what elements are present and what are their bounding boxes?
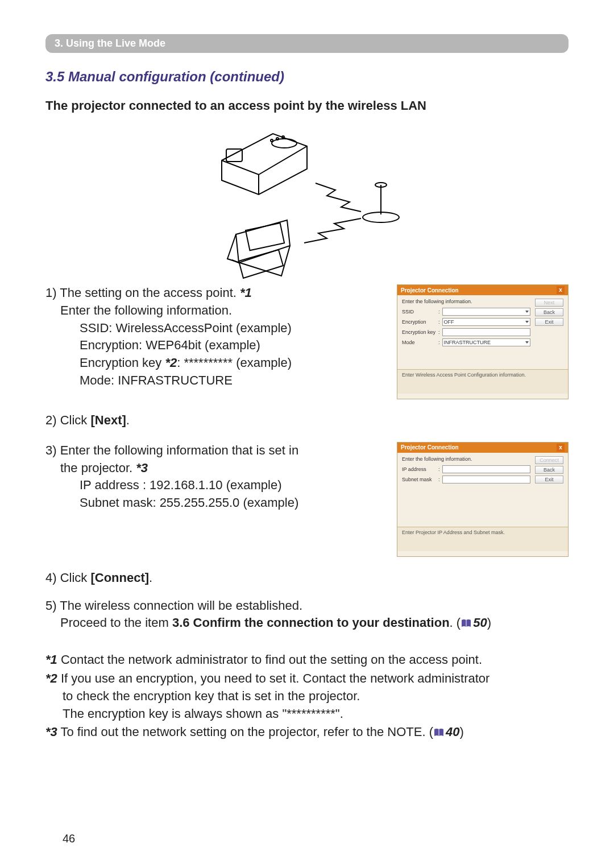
footnote-1: *1 Contact the network administrator to … [45,651,569,669]
close-icon[interactable]: x [557,444,565,452]
step-1: 1) The setting on the access point. *1 E… [45,284,380,390]
ss1-mode-label: Mode [402,340,436,345]
step1-key-lead: Encryption key [80,356,165,370]
fn2-ref: *2 [45,671,57,685]
footnote-3: *3 To find out the network setting on th… [45,724,569,742]
subnet-mask-input[interactable] [442,476,530,483]
step2-lead: 2) Click [45,413,90,427]
step5-line2bold: 3.6 Confirm the connection to your desti… [172,615,450,630]
step-3: 3) Enter the following information that … [45,442,380,512]
fn2-line1: If you use an encryption, you need to se… [57,671,490,685]
fn1-text: Contact the network administrator to fin… [57,652,482,667]
section-banner: 3. Using the Live Mode [45,34,569,53]
step1-key-tail: : ********** (example) [177,356,292,370]
mode-select[interactable]: INFRASTRUCTURE [442,338,530,346]
ss2-mask-label: Subnet mask [402,477,436,482]
step1-ssid: SSID: WirelessAccessPoint (example) [80,320,380,337]
step1-lead: 1) The setting on the access point. [45,286,240,300]
ss2-title: Projector Connection [401,444,459,450]
screenshot-2: Projector Connection x Enter the followi… [397,442,569,557]
step2-bold: [Next] [90,413,126,427]
connect-button[interactable]: Connect [535,456,563,464]
step3-mask: Subnet mask: 255.255.255.0 (example) [80,494,380,512]
svg-rect-8 [246,223,284,250]
diagram-illustration [205,123,409,280]
step5-line2a: Proceed to the item [60,615,172,630]
step5-pageref: 50 [473,615,487,630]
ss1-ssid-label: SSID [402,309,436,315]
ss1-enc-label: Encryption [402,319,436,325]
svg-point-3 [276,138,279,140]
fn3-text-b: ) [459,725,463,739]
fn3-ref: *3 [45,725,57,739]
page-number: 46 [63,832,75,845]
step1-mode: Mode: INFRASTRUCTURE [80,372,380,390]
ss2-instr: Enter the following information. [402,456,530,462]
encryption-select[interactable]: OFF [442,318,530,326]
step-5: 5) The wireless connection will be estab… [45,597,569,634]
step5-line1: 5) The wireless connection will be estab… [45,597,569,615]
next-button[interactable]: Next [535,299,563,307]
fn2-line2: to check the encryption key that is set … [63,688,569,705]
svg-point-2 [271,139,273,142]
subtitle: The projector connected to an access poi… [45,98,569,113]
section-title: 3.5 Manual configuration (continued) [45,69,569,85]
step4-bold: [Connect] [90,571,149,585]
step5-line2c: ) [487,615,491,630]
close-icon[interactable]: x [557,286,565,294]
step1-key-ref: *2 [165,356,177,370]
footnote-2: *2 If you use an encryption, you need to… [45,670,569,722]
step2-tail: . [126,413,130,427]
step-2: 2) Click [Next]. [45,412,569,429]
exit-button[interactable]: Exit [535,318,563,326]
ip-address-input[interactable] [442,465,530,473]
back-button[interactable]: Back [535,466,563,474]
fn2-line3: The encryption key is always shown as "*… [63,705,569,723]
step3-ip: IP address : 192.168.1.10 (example) [80,477,380,494]
ssid-select[interactable] [442,308,530,316]
fn3-pageref: 40 [446,725,459,739]
step5-line2b: . ( [450,615,461,630]
fn1-ref: *1 [45,652,57,667]
fn3-text-a: To find out the network setting on the p… [57,725,433,739]
book-icon [433,725,445,742]
ss2-footer: Enter Projector IP Address and Subnet ma… [397,527,568,551]
step1-line2: Enter the following information. [60,302,380,320]
ss1-key-label: Encryption key [402,329,436,335]
ss2-ip-label: IP address [402,466,436,472]
step3-lead: 3) Enter the following information that … [45,443,298,457]
ss1-title: Projector Connection [401,287,459,294]
screenshot-1: Projector Connection x Enter the followi… [397,284,569,399]
ss1-instr: Enter the following information. [402,299,530,304]
back-button[interactable]: Back [535,308,563,316]
step3-ref: *3 [136,461,148,475]
step4-lead: 4) Click [45,571,90,585]
encryption-key-input[interactable] [442,328,530,336]
step1-ref: *1 [240,286,252,300]
book-icon [460,615,472,633]
step-4: 4) Click [Connect]. [45,569,569,587]
exit-button[interactable]: Exit [535,476,563,483]
page: 3. Using the Live Mode 3.5 Manual config… [0,0,614,868]
ss1-footer: Enter Wireless Access Point Configuratio… [397,369,568,394]
step3-line2a: the projector. [60,461,136,475]
svg-point-1 [272,139,297,148]
step4-tail: . [149,571,152,585]
step1-enc: Encryption: WEP64bit (example) [80,337,380,354]
